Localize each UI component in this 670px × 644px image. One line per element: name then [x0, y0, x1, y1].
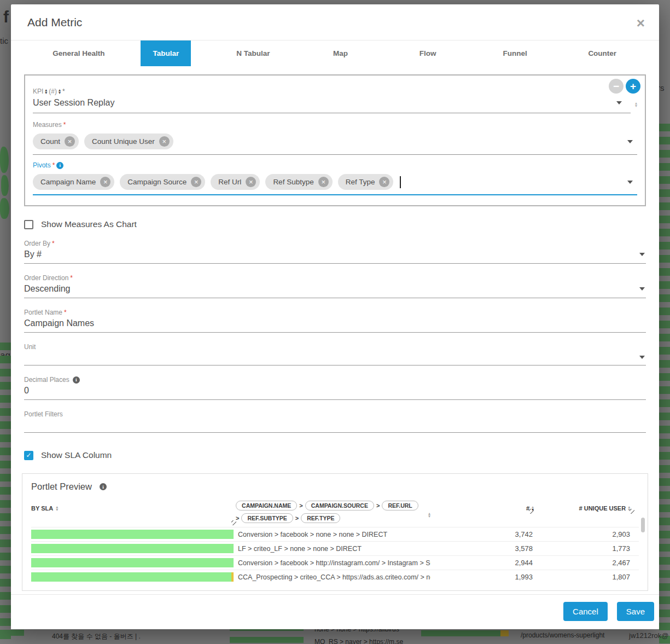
add-metric-dialog: Add Metric × General Health Tabular N Ta…	[11, 4, 659, 629]
sort-toggle-icon[interactable]: ▴▾	[45, 89, 47, 94]
remove-chip-icon[interactable]: ×	[65, 136, 75, 147]
column-resize-handle[interactable]	[231, 520, 236, 525]
background-row-text: 404를 찾을 수 없음 - 올버즈 | .	[52, 632, 141, 641]
tab-n-tabular[interactable]: N Tabular	[209, 40, 297, 66]
measures-field-label: Measures*	[33, 121, 637, 129]
chevron-down-icon	[639, 253, 645, 256]
dialog-footer: Cancel Save	[11, 594, 659, 629]
sla-bar	[31, 558, 234, 567]
measure-chip: Count Unique User ×	[84, 134, 173, 149]
background-sla-bar-with-warning	[421, 630, 509, 636]
row-count: 1,993	[430, 573, 533, 581]
row-pivot-path: LF > criteo_LF > none > none > DIRECT	[234, 545, 430, 553]
save-button[interactable]: Save	[617, 602, 654, 621]
show-measures-as-chart-checkbox[interactable]	[24, 220, 33, 229]
column-resize-handle[interactable]	[529, 509, 534, 514]
stepper-icon[interactable]: ▴▾	[635, 102, 637, 107]
row-unique-count: 2,903	[533, 530, 630, 538]
sort-icon[interactable]: ▴▾	[56, 506, 58, 511]
chevron-down-icon	[639, 287, 645, 291]
background-sla-bar	[0, 630, 24, 636]
pivots-field-label: Pivots* i	[33, 161, 637, 169]
remove-chip-icon[interactable]: ×	[246, 177, 256, 187]
add-kpi-button[interactable]: +	[626, 79, 640, 94]
order-by-select[interactable]: By #	[24, 247, 646, 264]
row-pivot-path: CCA_Prospecting > criteo_CCA > https://a…	[234, 573, 430, 581]
remove-chip-icon[interactable]: ×	[191, 177, 201, 187]
background-row-text: MO_RS > naver > https://m.se	[314, 638, 403, 644]
tab-tabular[interactable]: Tabular	[123, 40, 210, 66]
pivot-chip: Ref Subtype ×	[265, 174, 332, 190]
sort-icon[interactable]: ▴▾	[428, 512, 430, 518]
close-icon[interactable]: ×	[637, 18, 645, 28]
info-icon[interactable]: i	[73, 376, 80, 384]
table-row: LF > criteo_LF > none > none > DIRECT 3,…	[31, 541, 639, 555]
remove-chip-icon[interactable]: ×	[159, 136, 170, 147]
tab-funnel[interactable]: Funnel	[471, 40, 559, 66]
background-sla-bar	[230, 637, 304, 643]
info-icon[interactable]: i	[56, 162, 63, 169]
column-header-pivots[interactable]: CAMPAIGN.NAME > CAMPAIGN.SOURCE > REF.UR…	[231, 501, 433, 523]
measure-chip: Count ×	[33, 134, 79, 149]
background-partial-text-left: tic	[0, 36, 8, 45]
pivot-chip: Campaign Name ×	[33, 174, 114, 190]
pivot-pill: REF.SUBTYPE	[241, 513, 293, 523]
chevron-down-icon	[627, 181, 633, 184]
remove-chip-icon[interactable]: ×	[100, 177, 110, 187]
background-sla-bars-left	[0, 343, 11, 644]
portlet-filters-input[interactable]	[24, 418, 646, 433]
kpi-config-panel: − + KPI ▴▾ (#) ▴▾ * User Session Replay …	[24, 74, 646, 206]
pivot-chip: Ref Type ×	[338, 174, 394, 190]
order-direction-select[interactable]: Descending	[24, 282, 646, 298]
unit-field: Unit	[24, 343, 646, 365]
pivot-pill: REF.URL	[382, 501, 418, 510]
column-header-unique-user[interactable]: # UNIQUE USER ▴▾	[534, 501, 630, 512]
show-sla-column-checkbox[interactable]: ✓	[24, 451, 33, 460]
decimal-places-input[interactable]: 0	[24, 384, 646, 400]
row-unique-count: 2,467	[533, 559, 630, 567]
measures-multiselect[interactable]: Count × Count Unique User ×	[33, 130, 637, 155]
unit-select[interactable]	[24, 351, 646, 365]
dialog-title: Add Metric	[27, 16, 82, 29]
tab-map[interactable]: Map	[297, 40, 384, 66]
show-sla-column-row: ✓ Show SLA Column	[24, 450, 646, 460]
order-direction-field: Order Direction* Descending	[24, 274, 646, 298]
scrollbar-thumb[interactable]	[641, 518, 645, 532]
pivots-multiselect[interactable]: Campaign Name × Campaign Source × Ref Ur…	[33, 170, 637, 195]
pivot-chip: Ref Url ×	[211, 174, 260, 190]
chevron-down-icon	[639, 356, 645, 359]
info-icon[interactable]: i	[100, 483, 107, 490]
tab-general-health[interactable]: General Health	[35, 40, 123, 66]
remove-kpi-button[interactable]: −	[609, 79, 624, 94]
background-partial-title: f	[3, 8, 9, 26]
pivot-pill: CAMPAIGN.SOURCE	[305, 501, 374, 510]
tab-counter[interactable]: Counter	[558, 40, 646, 66]
portlet-name-input[interactable]: Campaign Names	[24, 316, 646, 333]
row-pivot-path: Conversion > facebook > none > none > DI…	[234, 531, 430, 538]
background-map-shape	[0, 147, 10, 219]
background-sla-bars-right	[659, 124, 670, 644]
row-unique-count: 1,807	[533, 573, 630, 581]
remove-chip-icon[interactable]: ×	[318, 177, 329, 187]
cancel-button[interactable]: Cancel	[563, 602, 608, 621]
row-pivot-path: Conversion > facebook > http://instagram…	[234, 559, 430, 567]
row-count: 3,578	[430, 544, 533, 553]
order-by-field: Order By* By #	[24, 240, 646, 264]
row-count: 3,742	[430, 530, 533, 538]
row-unique-count: 1,773	[533, 544, 630, 553]
portlet-preview-title: Portlet Preview	[31, 481, 92, 492]
background-row-text: /products/womens-superlight	[521, 631, 604, 639]
kpi-select[interactable]: User Session Replay	[33, 95, 631, 113]
sort-toggle-icon[interactable]: ▴▾	[59, 89, 61, 94]
column-header-count[interactable]: # ▴▾	[433, 501, 534, 512]
sla-bar	[31, 572, 234, 582]
checkbox-label: Show SLA Column	[41, 450, 112, 460]
remove-chip-icon[interactable]: ×	[379, 177, 389, 187]
column-resize-handle[interactable]	[630, 509, 634, 514]
table-row: CCA_Prospecting > criteo_CCA > https://a…	[31, 570, 639, 584]
column-header-by-sla[interactable]: BY SLA ▴▾	[31, 501, 231, 512]
row-count: 2,944	[430, 559, 533, 567]
table-row: Conversion > facebook > http://instagram…	[31, 555, 639, 570]
tab-flow[interactable]: Flow	[384, 40, 471, 66]
kpi-selected-value: User Session Replay	[33, 98, 114, 108]
